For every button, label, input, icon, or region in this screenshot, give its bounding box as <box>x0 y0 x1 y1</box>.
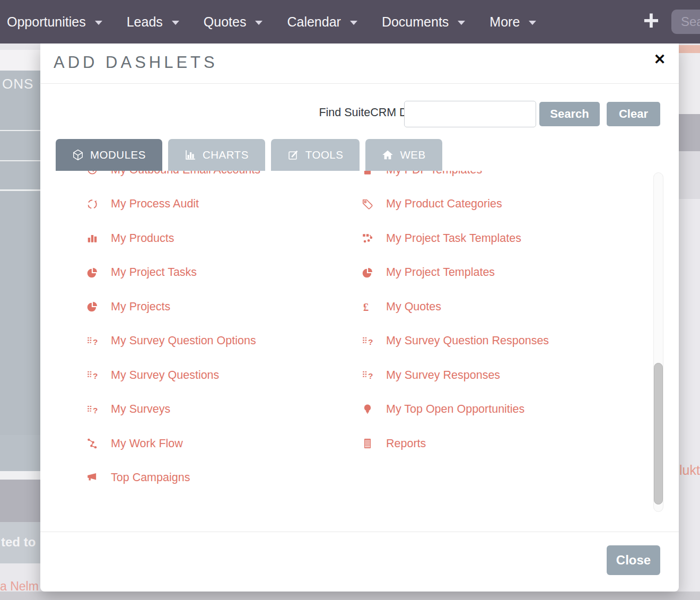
dashlet-item[interactable]: My PDF Templates <box>362 171 637 187</box>
nav-item-more[interactable]: More <box>477 14 548 30</box>
dashlet-item[interactable]: Reports <box>362 427 637 461</box>
tab-web[interactable]: WEB <box>365 139 442 171</box>
close-icon[interactable]: ✕ <box>650 50 669 69</box>
tab-label: MODULES <box>90 149 146 161</box>
dashlet-link[interactable]: My Project Task Templates <box>386 232 521 245</box>
task-nodes-icon <box>362 232 373 244</box>
pie-chart-icon <box>86 301 98 312</box>
dashlet-item[interactable]: Top Campaigns <box>86 461 352 495</box>
background-divider <box>0 130 40 131</box>
background-bottom-strip <box>0 592 700 600</box>
quick-create-plus-icon[interactable]: + <box>638 7 664 35</box>
chevron-down-icon <box>529 21 536 25</box>
process-refresh-icon <box>86 198 98 210</box>
dashlet-item[interactable]: ?My Survey Question Options <box>86 324 352 359</box>
background-strip <box>0 50 40 71</box>
dashlet-link[interactable]: My Product Categories <box>386 197 502 211</box>
dashlet-link[interactable]: My Survey Question Options <box>111 334 256 347</box>
dashlet-item[interactable]: My Project Task Templates <box>362 221 637 256</box>
dashlet-item[interactable]: My Product Categories <box>362 187 637 222</box>
background-link-fragment: lukt <box>679 463 700 478</box>
background-actions-label: ONS <box>2 76 33 92</box>
background-band <box>0 480 40 522</box>
dashlet-item[interactable]: My Process Audit <box>86 187 352 222</box>
nav-item-label: Opportunities <box>7 14 86 30</box>
survey-icon: ? <box>86 369 98 381</box>
nav-item-opportunities[interactable]: Opportunities <box>0 14 115 30</box>
dashlet-link[interactable]: My Surveys <box>111 403 170 416</box>
nav-item-label: Quotes <box>204 14 247 30</box>
nav-menu: OpportunitiesLeadsQuotesCalendarDocument… <box>0 0 548 44</box>
dashlet-link[interactable]: My Survey Responses <box>386 369 500 382</box>
dashlet-scrollbar-thumb[interactable] <box>654 363 663 505</box>
dashlet-link[interactable]: My Projects <box>111 300 170 314</box>
dashlet-list-viewport: My Outbound Email AccountsMy Process Aud… <box>40 171 679 531</box>
dashlet-item[interactable]: My Top Open Opportunities <box>362 393 637 427</box>
nav-item-quotes[interactable]: Quotes <box>191 14 275 30</box>
background-panel-left <box>0 71 40 435</box>
add-dashlets-modal: ADD DASHLETS ✕ Find SuiteCRM Dashlet: Se… <box>40 44 679 592</box>
background-divider <box>0 160 40 161</box>
dashlet-link[interactable]: My Project Templates <box>386 266 495 279</box>
background-band <box>679 114 700 151</box>
dashlet-link[interactable]: My PDF Templates <box>386 171 482 177</box>
dashlet-item[interactable]: My Project Templates <box>362 256 637 290</box>
dashlet-scrollbar-track[interactable] <box>653 172 663 512</box>
top-navigation-bar: OpportunitiesLeadsQuotesCalendarDocument… <box>0 0 700 44</box>
dashlet-link[interactable]: My Survey Questions <box>111 369 219 382</box>
tab-label: TOOLS <box>305 149 344 161</box>
dashlet-column-right: My PDF TemplatesMy Product CategoriesMy … <box>362 171 637 461</box>
dashlet-link[interactable]: My Outbound Email Accounts <box>111 171 260 177</box>
background-band <box>679 151 700 199</box>
chevron-down-icon <box>95 21 102 25</box>
nav-item-documents[interactable]: Documents <box>370 14 477 30</box>
dashlet-item[interactable]: ?My Survey Question Responses <box>362 324 637 359</box>
modal-title: ADD DASHLETS <box>54 53 218 72</box>
svg-text:?: ? <box>368 371 373 380</box>
nav-item-label: Documents <box>382 14 449 30</box>
dashlet-link[interactable]: My Products <box>111 232 174 245</box>
dashlet-item[interactable]: £My Quotes <box>362 290 637 324</box>
dashlet-link[interactable]: Reports <box>386 437 426 450</box>
tab-charts[interactable]: CHARTS <box>168 139 265 171</box>
dashlet-item[interactable]: My Projects <box>86 290 352 324</box>
nav-item-leads[interactable]: Leads <box>115 14 191 30</box>
dashlet-item[interactable]: ?My Survey Questions <box>86 358 352 393</box>
cube-icon <box>72 149 84 161</box>
dashlet-column-left: My Outbound Email AccountsMy Process Aud… <box>86 171 352 495</box>
search-button[interactable]: Search <box>539 102 600 126</box>
dashlet-link[interactable]: My Survey Question Responses <box>386 334 549 347</box>
dashlet-item[interactable]: ?My Surveys <box>86 393 352 427</box>
nav-item-calendar[interactable]: Calendar <box>275 14 369 30</box>
dashlet-link[interactable]: My Project Tasks <box>111 266 197 279</box>
dashlet-item[interactable]: My Outbound Email Accounts <box>86 171 352 187</box>
find-dashlet-input[interactable] <box>404 101 536 127</box>
dashlet-link[interactable]: My Process Audit <box>111 197 199 211</box>
clear-button[interactable]: Clear <box>607 102 660 126</box>
close-button[interactable]: Close <box>607 545 660 575</box>
outbound-email-icon <box>86 171 98 176</box>
home-icon <box>382 149 393 161</box>
svg-text:?: ? <box>93 371 98 380</box>
tab-label: CHARTS <box>203 149 249 161</box>
edit-icon <box>287 149 299 161</box>
dashlet-link[interactable]: My Top Open Opportunities <box>386 403 524 416</box>
pie-chart-icon <box>362 267 373 279</box>
background-actions-menu: ONS <box>2 76 46 92</box>
dashlet-link[interactable]: Top Campaigns <box>111 471 190 484</box>
dashlet-tabs: MODULESCHARTSTOOLSWEB <box>56 139 442 171</box>
tab-tools[interactable]: TOOLS <box>271 139 360 171</box>
modal-footer: Close <box>40 532 679 592</box>
dashlet-item[interactable]: My Work Flow <box>86 427 352 461</box>
dashlet-link[interactable]: My Quotes <box>386 300 441 314</box>
background-band <box>0 435 40 471</box>
tab-modules[interactable]: MODULES <box>56 139 162 171</box>
dashlet-item[interactable]: ?My Survey Responses <box>362 358 637 393</box>
dashlet-item[interactable]: My Project Tasks <box>86 256 352 290</box>
global-search-input[interactable]: Sea <box>671 10 700 34</box>
background-assigned-to-label: ted to <box>1 535 36 550</box>
report-icon <box>362 438 373 449</box>
dashlet-link[interactable]: My Work Flow <box>111 437 183 450</box>
dashlet-item[interactable]: My Products <box>86 221 352 256</box>
nav-item-label: Leads <box>127 14 163 30</box>
